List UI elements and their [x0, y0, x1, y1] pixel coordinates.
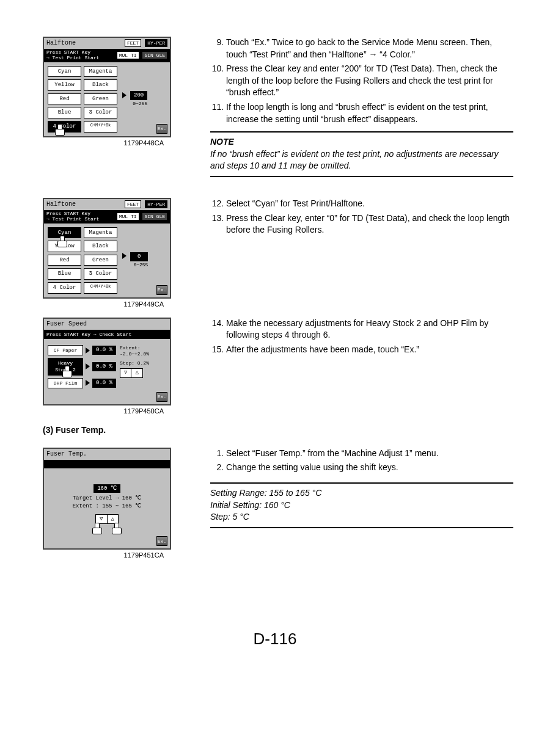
- initial-setting: Initial Setting: 160 °C: [210, 500, 513, 512]
- step-1: Select “Fuser Temp.” from the “Machine A…: [226, 448, 513, 460]
- pointer-hand-icon: [112, 523, 122, 534]
- fuser-temp-panel: Fuser Temp. 160 ℃ Target Level → 160 ℃ E…: [43, 448, 171, 550]
- pointer-hand-icon: [57, 236, 67, 247]
- multi-button[interactable]: MUL TI: [117, 213, 139, 220]
- pointer-hand-icon: [55, 124, 65, 135]
- extent-text: Extent : 155 ~ 165 ℃: [48, 503, 166, 511]
- shift-keys[interactable]: ▽△: [120, 368, 143, 378]
- temp-value: 160 ℃: [94, 484, 120, 493]
- panel-title: Halftone: [46, 39, 76, 48]
- note-block: NOTE If no “brush effect” is evident on …: [210, 131, 513, 177]
- figure-caption: 1179P450CA: [37, 407, 189, 416]
- instruction-bar: Press START Key → Test Print Start: [46, 50, 99, 61]
- td-range: 0~255: [122, 100, 147, 107]
- color-magenta[interactable]: Magenta: [84, 227, 117, 239]
- triangle-icon: [86, 363, 90, 369]
- color-cyan[interactable]: Cyan: [48, 66, 81, 78]
- hyper-button[interactable]: HY-PER: [145, 200, 167, 208]
- step-15: After the adjustments have been made, to…: [226, 344, 513, 356]
- steps-list-a: Touch “Ex.” Twice to go back to the Serv…: [210, 37, 513, 125]
- instruction-bar: Press START Key → Check Start: [46, 331, 131, 338]
- hyper-button[interactable]: HY-PER: [145, 39, 167, 47]
- step-text: Step: 0.2%: [120, 360, 149, 366]
- figure-caption: 1179P449CA: [37, 300, 189, 309]
- ohp-film-button[interactable]: OHP Film: [48, 378, 83, 388]
- ex-button[interactable]: Ex.: [156, 536, 167, 546]
- val: 0.0 %: [92, 362, 116, 371]
- feet-button[interactable]: FEET: [125, 39, 141, 47]
- feet-button[interactable]: FEET: [125, 200, 141, 208]
- color-red[interactable]: Red: [48, 93, 81, 105]
- page-number: D-116: [37, 628, 513, 650]
- triangle-icon: [122, 253, 127, 259]
- color-blue[interactable]: Blue: [48, 268, 81, 280]
- color-red[interactable]: Red: [48, 255, 81, 266]
- single-button[interactable]: SIN GLE: [142, 213, 167, 220]
- step-11: If the loop length is long and “brush ef…: [226, 101, 513, 125]
- note-body: If no “brush effect” is evident on the t…: [210, 148, 513, 172]
- td-value: 0: [130, 252, 148, 261]
- color-black[interactable]: Black: [84, 79, 117, 91]
- td-value: 200: [130, 91, 147, 100]
- halftone-panel-1: Halftone FEET HY-PER Press START Key → T…: [43, 37, 171, 137]
- step-13: Press the Clear key, enter “0” for TD (T…: [226, 213, 513, 236]
- color-yellow[interactable]: Yellow: [48, 79, 81, 91]
- steps-list-b: Select “Cyan” for Test Print/Halftone. P…: [210, 198, 513, 236]
- extent-text: Extent: -2.0~+2.0%: [120, 345, 149, 358]
- step-10: Press the Clear key and enter “200” for …: [226, 63, 513, 99]
- val: 0.0 %: [92, 346, 116, 355]
- steps-list-d: Select “Fuser Temp.” from the “Machine A…: [210, 448, 513, 474]
- pointer-hand-icon: [92, 523, 102, 534]
- halftone-panel-2: Halftone FEET HY-PER Press START Key → T…: [43, 198, 171, 299]
- triangle-icon: [86, 380, 90, 386]
- triangle-icon: [86, 347, 90, 354]
- section-heading: (3) Fuser Temp.: [43, 424, 513, 437]
- step-2: Change the setting value using the shift…: [226, 462, 513, 474]
- td-range: 0~255: [122, 261, 148, 268]
- color-3color[interactable]: 3 Color: [84, 268, 117, 280]
- figure-caption: 1179P448CA: [37, 139, 189, 148]
- single-button[interactable]: SIN GLE: [142, 51, 167, 59]
- cf-paper-button[interactable]: CF Paper: [48, 345, 83, 355]
- color-magenta[interactable]: Magenta: [84, 66, 117, 78]
- figure-caption: 1179P451CA: [37, 551, 189, 560]
- note-title: NOTE: [210, 136, 513, 148]
- step-12: Select “Cyan” for Test Print/Halftone.: [226, 198, 513, 210]
- color-green[interactable]: Green: [84, 255, 117, 266]
- multi-button[interactable]: MUL TI: [117, 51, 139, 59]
- color-blue[interactable]: Blue: [48, 107, 81, 118]
- triangle-icon: [122, 92, 127, 98]
- ex-button[interactable]: Ex.: [156, 392, 167, 402]
- steps-list-c: Make the necessary adjustments for Heavy…: [210, 318, 513, 356]
- val: 0.0 %: [92, 379, 116, 388]
- color-4color[interactable]: 4 Color: [48, 282, 81, 294]
- color-cmybk[interactable]: C+M+Y+Bk: [84, 121, 117, 133]
- color-green[interactable]: Green: [84, 93, 117, 105]
- step-14: Make the necessary adjustments for Heavy…: [226, 318, 513, 341]
- setting-block: Setting Range: 155 to 165 °C Initial Set…: [210, 482, 513, 528]
- panel-title: Fuser Temp.: [46, 450, 87, 459]
- color-3color[interactable]: 3 Color: [84, 107, 117, 118]
- target-text: Target Level → 160 ℃: [48, 495, 166, 503]
- setting-step: Step: 5 °C: [210, 511, 513, 523]
- setting-range: Setting Range: 155 to 165 °C: [210, 487, 513, 500]
- step-9: Touch “Ex.” Twice to go back to the Serv…: [226, 37, 513, 60]
- panel-title: Halftone: [46, 200, 76, 209]
- panel-title: Fuser Speed: [46, 320, 87, 329]
- fuser-speed-panel: Fuser Speed Press START Key → Check Star…: [43, 318, 171, 405]
- color-cmybk[interactable]: C+M+Y+Bk: [84, 282, 117, 294]
- ex-button[interactable]: Ex.: [156, 124, 167, 134]
- pointer-hand-icon: [62, 366, 72, 377]
- color-black[interactable]: Black: [84, 241, 117, 252]
- ex-button[interactable]: Ex.: [156, 285, 167, 295]
- instruction-bar: Press START Key → Test Print Start: [46, 211, 99, 222]
